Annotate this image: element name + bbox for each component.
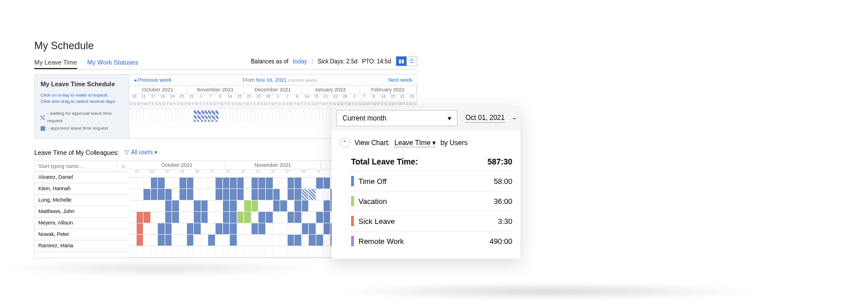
leave-cell[interactable] [237,212,245,223]
leave-cell[interactable] [172,200,180,211]
leave-cell[interactable] [230,223,237,234]
leave-cell[interactable] [294,189,302,200]
leave-cell[interactable] [180,235,187,246]
leave-cell[interactable] [158,235,165,246]
leave-cell[interactable] [137,212,144,223]
leave-cell[interactable] [294,235,302,246]
leave-cell[interactable] [280,189,288,200]
chart-type-select[interactable]: Leave TIme ▾ [395,139,436,147]
leave-cell[interactable] [316,246,324,257]
leave-cell[interactable] [187,235,194,246]
leave-cell[interactable] [158,178,165,188]
leave-cell[interactable] [324,235,331,246]
leave-cell[interactable] [151,189,158,200]
leave-cell[interactable] [237,235,245,246]
leave-cell[interactable] [273,246,281,257]
colleagues-filter[interactable]: ▽ All users ▾ [125,149,157,155]
leave-cell[interactable] [258,212,266,223]
leave-cell[interactable] [288,235,295,246]
leave-cell[interactable] [266,200,273,211]
leave-cell[interactable] [237,246,245,257]
leave-cell[interactable] [266,178,273,188]
leave-cell[interactable] [252,235,259,246]
leave-cell[interactable] [244,212,252,223]
leave-cell[interactable] [187,200,194,211]
leave-cell[interactable] [187,246,194,257]
leave-cell[interactable] [194,212,201,223]
leave-cell[interactable] [316,200,324,211]
colleague-name[interactable]: Alvarez, Daniel [35,172,129,183]
leave-cell[interactable] [252,246,259,257]
leave-cell[interactable] [151,212,158,223]
leave-cell[interactable] [172,178,180,188]
leave-cell[interactable] [244,223,252,234]
leave-cell[interactable] [230,189,237,200]
leave-cell[interactable] [302,212,309,223]
leave-cell[interactable] [237,178,245,188]
leave-cell[interactable] [309,223,316,234]
leave-cell[interactable] [288,200,295,211]
leave-cell[interactable] [180,200,187,211]
leave-cell[interactable] [294,223,302,234]
leave-cell[interactable] [273,212,281,223]
leave-cell[interactable] [266,212,273,223]
leave-cell[interactable] [137,178,144,188]
leave-cell[interactable] [244,178,252,188]
colleague-name[interactable]: Klein, Hannah [35,183,129,195]
leave-cell[interactable] [302,235,309,246]
leave-cell[interactable] [230,246,237,257]
leave-cell[interactable] [273,178,281,188]
leave-cell[interactable] [288,189,295,200]
leave-cell[interactable] [273,200,281,211]
leave-cell[interactable] [158,246,165,257]
leave-cell[interactable] [302,223,309,234]
leave-cell[interactable] [223,246,230,257]
leave-cell[interactable] [280,200,288,211]
leave-cell[interactable] [324,189,331,200]
leave-cell[interactable] [288,223,295,234]
leave-cell[interactable] [180,212,187,223]
leave-cell[interactable] [230,178,237,188]
period-date[interactable]: Oct 01, 2021 [465,114,505,123]
leave-cell[interactable] [180,246,187,257]
leave-cell[interactable] [252,212,259,223]
from-date[interactable]: Nov 16, 2021 [256,77,287,83]
leave-cell[interactable] [187,189,194,200]
leave-cell[interactable] [151,246,158,257]
leave-cell[interactable] [194,235,201,246]
leave-cell[interactable] [223,235,230,246]
leave-cell[interactable] [258,178,266,188]
leave-cell[interactable] [201,212,209,223]
leave-cell[interactable] [172,223,180,234]
leave-cell[interactable] [201,235,209,246]
leave-cell[interactable] [302,246,309,257]
leave-cell[interactable] [129,246,137,257]
leave-cell[interactable] [216,212,223,223]
leave-cell[interactable] [230,212,237,223]
leave-type-row[interactable]: Remote Work490:00 [351,231,512,251]
view-toggle-list[interactable]: ☰ [407,57,417,66]
leave-cell[interactable] [252,200,259,211]
leave-cell[interactable] [129,200,137,211]
leave-cell[interactable] [129,178,137,188]
leave-cell[interactable] [187,212,194,223]
leave-cell[interactable] [288,212,295,223]
leave-cell[interactable] [158,189,165,200]
leave-cell[interactable] [316,235,324,246]
leave-cell[interactable] [309,212,316,223]
colleague-name[interactable]: Nowak, Peter [35,229,129,240]
leave-cell[interactable] [216,200,223,211]
leave-cell[interactable] [201,200,209,211]
leave-cell[interactable] [223,200,230,211]
collapse-button[interactable]: ⌃ [340,138,350,148]
leave-cell[interactable] [266,246,273,257]
leave-cell[interactable] [137,189,144,200]
leave-cell[interactable] [273,235,281,246]
leave-cell[interactable] [258,246,266,257]
leave-cell[interactable] [180,189,187,200]
leave-cell[interactable] [201,223,209,234]
leave-cell[interactable] [324,246,331,257]
leave-cell[interactable] [165,223,173,234]
leave-cell[interactable] [294,246,302,257]
leave-cell[interactable] [309,189,316,200]
